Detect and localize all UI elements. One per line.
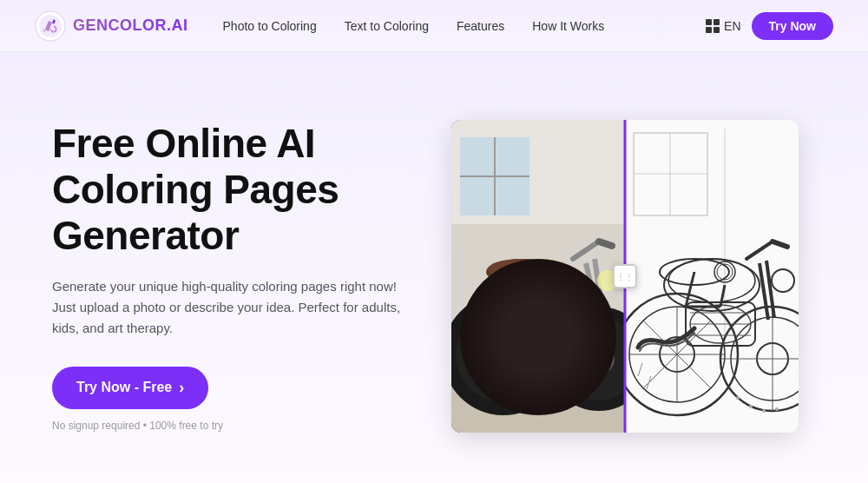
language-selector[interactable]: EN [705, 18, 740, 34]
svg-point-67 [775, 407, 779, 411]
hero-cta-arrow: › [179, 379, 184, 397]
svg-rect-4 [713, 19, 720, 25]
hero-right: ⋮⋮ [434, 103, 816, 433]
navbar: GENCOLOR.AI Photo to Coloring Text to Co… [0, 0, 868, 52]
svg-point-14 [456, 307, 551, 402]
nav-right: EN Try Now [705, 12, 833, 40]
globe-icon [705, 18, 720, 34]
svg-rect-5 [706, 27, 712, 33]
handle-icon: ⋮⋮ [616, 272, 634, 281]
svg-point-64 [736, 396, 740, 400]
logo-text: GENCOLOR.AI [73, 17, 188, 35]
logo-icon [35, 10, 66, 42]
hero-left: Free Online AI Coloring Pages Generator … [52, 103, 434, 432]
nav-links: Photo to Coloring Text to Coloring Featu… [223, 19, 706, 33]
lineart-motorcycle-svg [625, 120, 799, 433]
hero-cta-label: Try Now - Free [76, 380, 172, 395]
hero-subtitle: Generate your unique high-quality colori… [52, 276, 417, 339]
svg-point-29 [541, 261, 562, 282]
svg-line-26 [599, 242, 612, 246]
svg-point-17 [557, 317, 625, 400]
svg-point-66 [762, 409, 766, 413]
svg-point-18 [583, 343, 615, 374]
colored-motorcycle-svg [451, 120, 625, 433]
image-compare-widget[interactable]: ⋮⋮ [451, 120, 799, 433]
svg-point-30 [542, 263, 560, 281]
svg-point-20 [495, 259, 582, 302]
logo-link[interactable]: GENCOLOR.AI [35, 10, 188, 42]
svg-rect-3 [706, 19, 712, 25]
svg-point-19 [490, 259, 586, 311]
compare-handle[interactable]: ⋮⋮ [613, 264, 637, 288]
lang-label: EN [724, 19, 740, 33]
svg-point-15 [486, 337, 521, 372]
lineart-side [625, 120, 799, 433]
nav-features[interactable]: Features [457, 19, 504, 33]
svg-point-24 [516, 305, 577, 343]
svg-point-65 [749, 405, 753, 408]
no-signup-text: No signup required • 100% free to try [52, 420, 434, 432]
colored-photo-side [451, 120, 625, 433]
nav-text-to-coloring[interactable]: Text to Coloring [345, 19, 429, 33]
hero-cta-button[interactable]: Try Now - Free › [52, 367, 208, 409]
svg-point-22 [488, 259, 554, 280]
nav-how-it-works[interactable]: How It Works [532, 19, 604, 33]
svg-rect-23 [512, 302, 582, 346]
hero-section: Free Online AI Coloring Pages Generator … [0, 52, 868, 483]
svg-rect-6 [713, 27, 720, 33]
nav-photo-to-coloring[interactable]: Photo to Coloring [223, 19, 317, 33]
svg-point-2 [43, 29, 46, 32]
svg-point-13 [451, 294, 564, 415]
hero-title: Free Online AI Coloring Pages Generator [52, 121, 434, 259]
navbar-try-now-button[interactable]: Try Now [752, 12, 833, 40]
